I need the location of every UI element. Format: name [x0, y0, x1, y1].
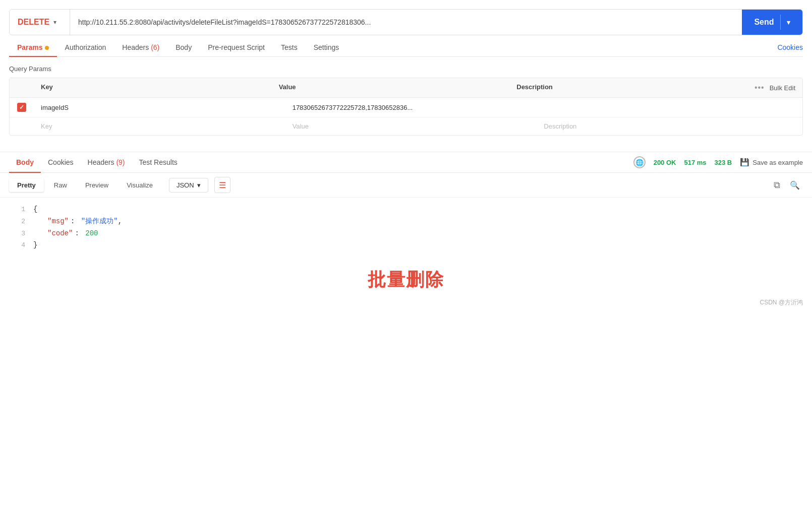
- copy-button[interactable]: ⧉: [769, 177, 785, 193]
- method-label: DELETE: [18, 18, 49, 27]
- empty-key[interactable]: Key: [34, 117, 285, 135]
- table-row-empty: Key Value Description: [10, 117, 802, 135]
- response-tab-test-label: Test Results: [139, 158, 178, 166]
- json-type-label: JSON: [177, 181, 194, 189]
- msg-key: "msg": [47, 216, 69, 228]
- line-num-2: 2: [9, 216, 25, 227]
- params-table: Key Value Description ••• Bulk Edit ✓ im…: [9, 78, 803, 136]
- row-checkbox-cell[interactable]: ✓: [10, 98, 34, 117]
- line-num-4: 4: [9, 240, 25, 251]
- format-tab-pretty[interactable]: Pretty: [9, 178, 44, 192]
- empty-actions: [788, 121, 802, 132]
- tab-pre-request-script[interactable]: Pre-request Script: [200, 38, 273, 56]
- watermark-title: 批量删除: [9, 268, 803, 292]
- tab-authorization-label: Authorization: [65, 43, 106, 51]
- response-tab-test-results[interactable]: Test Results: [132, 152, 185, 172]
- line-num-1: 1: [9, 204, 25, 215]
- close-brace: }: [33, 239, 37, 251]
- comma-1: ,: [118, 216, 122, 228]
- cookies-button[interactable]: Cookies: [777, 38, 803, 56]
- save-example-label: Save as example: [752, 159, 803, 166]
- table-row: ✓ imageIdS 17830652673772225728,17830652…: [10, 98, 802, 117]
- code-line-3: 3 "code" : 200: [0, 228, 812, 240]
- code-line-2: 2 "msg" : "操作成功" ,: [0, 216, 812, 228]
- params-dot: [45, 46, 49, 50]
- format-bar: Pretty Raw Preview Visualize JSON ▾ ☰ ⧉ …: [0, 173, 812, 198]
- tab-headers-label: Headers (6): [122, 43, 159, 51]
- header-actions: ••• Bulk Edit: [747, 78, 802, 97]
- query-params-title: Query Params: [9, 65, 803, 73]
- tab-params[interactable]: Params: [9, 38, 57, 56]
- search-icon: 🔍: [790, 180, 800, 190]
- tab-tests[interactable]: Tests: [273, 38, 306, 56]
- format-tab-raw[interactable]: Raw: [46, 178, 75, 192]
- tab-body-label: Body: [176, 43, 192, 51]
- format-tab-preview[interactable]: Preview: [77, 178, 117, 192]
- params-table-header: Key Value Description ••• Bulk Edit: [10, 78, 802, 98]
- msg-value: "操作成功": [81, 216, 118, 228]
- response-meta: 🌐 200 OK 517 ms 323 B 💾 Save as example: [633, 156, 803, 168]
- empty-checkbox-cell: [10, 121, 34, 132]
- format-preview-label: Preview: [85, 181, 108, 189]
- tab-settings[interactable]: Settings: [306, 38, 347, 56]
- format-raw-label: Raw: [54, 181, 67, 189]
- save-example-button[interactable]: 💾 Save as example: [740, 158, 803, 167]
- tab-pre-request-label: Pre-request Script: [208, 43, 265, 51]
- response-tab-cookies[interactable]: Cookies: [41, 152, 81, 172]
- footer: CSDN @方沂鸿: [0, 296, 812, 311]
- send-label: Send: [754, 18, 774, 27]
- response-tab-cookies-label: Cookies: [48, 158, 74, 166]
- response-tab-headers-label: Headers (9): [88, 158, 125, 166]
- url-bar: DELETE ▾ Send ▾: [9, 9, 803, 35]
- row-actions: [788, 102, 802, 112]
- wrap-button[interactable]: ☰: [214, 177, 230, 193]
- checkmark-icon: ✓: [19, 104, 24, 111]
- format-pretty-label: Pretty: [17, 181, 36, 189]
- more-options-icon[interactable]: •••: [755, 83, 765, 92]
- footer-text: CSDN @方沂鸿: [760, 299, 803, 306]
- open-brace: {: [33, 204, 37, 216]
- format-tab-visualize[interactable]: Visualize: [119, 178, 161, 192]
- bulk-edit-button[interactable]: Bulk Edit: [770, 84, 795, 92]
- line-num-3: 3: [9, 228, 25, 239]
- code-key: "code": [47, 228, 73, 240]
- send-chevron-icon: ▾: [787, 19, 790, 26]
- search-button[interactable]: 🔍: [787, 177, 803, 193]
- tab-settings-label: Settings: [314, 43, 339, 51]
- empty-value[interactable]: Value: [285, 117, 537, 135]
- tab-tests-label: Tests: [281, 43, 298, 51]
- format-visualize-label: Visualize: [127, 181, 153, 189]
- response-tab-body[interactable]: Body: [9, 152, 41, 172]
- response-time: 517 ms: [684, 159, 706, 166]
- send-button[interactable]: Send ▾: [742, 10, 802, 35]
- watermark: 批量删除: [0, 258, 812, 296]
- row-key[interactable]: imageIdS: [34, 99, 285, 116]
- response-tabs-row: Body Cookies Headers (9) Test Results 🌐 …: [0, 152, 812, 173]
- tab-body[interactable]: Body: [167, 38, 200, 56]
- row-value[interactable]: 17830652673772225728,17830652836...: [285, 99, 537, 116]
- params-key-header: Key: [34, 78, 272, 97]
- url-input[interactable]: [70, 10, 742, 35]
- json-type-selector[interactable]: JSON ▾: [169, 178, 208, 193]
- response-size: 323 B: [715, 159, 732, 166]
- response-tab-body-label: Body: [16, 158, 34, 166]
- row-checkbox[interactable]: ✓: [17, 103, 26, 112]
- method-chevron-icon: ▾: [53, 19, 56, 26]
- method-selector[interactable]: DELETE ▾: [10, 10, 70, 35]
- row-description[interactable]: [537, 102, 788, 112]
- code-line-1: 1 {: [0, 204, 812, 216]
- params-value-header: Value: [272, 78, 510, 97]
- tab-headers[interactable]: Headers (6): [114, 38, 167, 56]
- json-selector-chevron: ▾: [197, 181, 201, 189]
- section-divider: [0, 136, 812, 148]
- tab-authorization[interactable]: Authorization: [57, 38, 114, 56]
- copy-icon: ⧉: [774, 180, 780, 190]
- empty-description[interactable]: Description: [537, 117, 788, 135]
- response-tab-headers[interactable]: Headers (9): [81, 152, 132, 172]
- wrap-icon: ☰: [219, 180, 226, 190]
- colon-2: :: [75, 228, 79, 240]
- params-desc-header: Description: [509, 78, 747, 97]
- tab-params-label: Params: [17, 43, 43, 51]
- header-checkbox-cell: [10, 78, 34, 97]
- save-icon: 💾: [740, 158, 749, 167]
